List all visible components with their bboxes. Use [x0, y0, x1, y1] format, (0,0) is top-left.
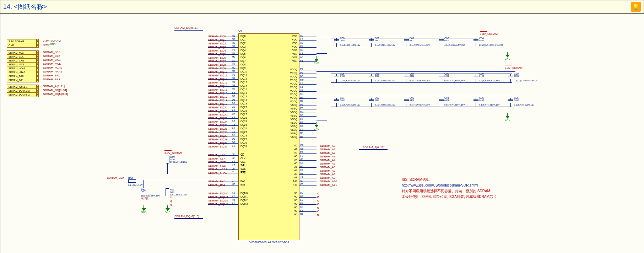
pinname-VSSQ-27: VSSQ: [286, 136, 297, 138]
pinname-NC-42: NC: [286, 199, 297, 201]
pinname-DQ1: DQ1: [240, 38, 245, 41]
pinname-VDDQ-14: VDDQ: [286, 90, 297, 92]
net-SDRAM_A0: SDRAM_A0: [320, 144, 335, 147]
pinname-C̅A̅S̅: C̅A̅S̅: [240, 168, 245, 171]
pinname-DQM1: DQM1: [240, 195, 248, 198]
pinname-VDDQ-9: VDDQ: [286, 72, 297, 74]
pinname-DQ21: DQ21: [240, 109, 247, 112]
pinname-DQ5: DQ5: [240, 53, 245, 55]
net-SDRAM_A6: SDRAM_A6: [320, 166, 335, 169]
pinname-CLK: CLK: [240, 157, 245, 160]
port-SDRAM_BA1: SDRAM_BA1: [7, 78, 39, 82]
nc-x-4: ✕: [316, 206, 319, 210]
pinname-A8-36: A8: [286, 173, 297, 175]
pin-E2: E2: [232, 145, 235, 147]
pin-R9: R9: [232, 42, 235, 44]
pin-C7: C7: [232, 113, 235, 115]
pinname-DQ0: DQ0: [240, 35, 245, 37]
pinname-NC-41: NC: [286, 195, 297, 198]
net-SDRAM_DQ1: SDRAM_DQ1: [208, 38, 226, 42]
net-SDRAM_DQ23: SDRAM_DQ23: [208, 117, 227, 120]
net-SDRAM_DQ7: SDRAM_DQ7: [208, 60, 226, 63]
pin-L3: L3: [232, 63, 235, 65]
pin-A2: A2: [232, 120, 235, 122]
port-SDRAM_DQM[0..3]: SDRAM_DQM[0..3]: [7, 92, 39, 97]
net-SDRAM_DQ24: SDRAM_DQ24: [208, 120, 227, 123]
pinname-A6-34: A6: [286, 166, 297, 168]
pinname-VSSQ-25: VSSQ: [286, 129, 297, 131]
pinname-R̅A̅S̅: R̅A̅S̅: [240, 171, 245, 174]
net-SDRAM_DQ18: SDRAM_DQ18: [208, 99, 227, 102]
net-SDRAM_DQ30: SDRAM_DQ30: [208, 141, 227, 145]
pinname-DQM3: DQM3: [240, 203, 248, 205]
pin-R8: R8: [232, 34, 235, 37]
pinname-VDDQ-10: VDDQ: [286, 75, 297, 78]
pin-N8: N8: [232, 45, 235, 48]
cap-C84: C840805226,22μF,±20%,6.3V,X5R: [473, 39, 478, 41]
bulb-icon[interactable]: 💡: [631, 2, 641, 12]
issi-link[interactable]: http://www.issi.com/US/product-dram-SDR.…: [402, 183, 478, 187]
pin-A8: A8: [232, 116, 235, 119]
pinname-DQ25: DQ25: [240, 124, 247, 126]
pinname-VSS-4: VSS: [286, 49, 297, 52]
addr-bus: [359, 149, 388, 150]
net-SDRAM_CKE: SDRAM_CKE: [43, 58, 61, 61]
net-SDRAM_BA1: SDRAM_BA1: [208, 183, 225, 187]
pinname-A2-30: A2: [286, 151, 297, 154]
pin-E8: E8: [232, 91, 235, 94]
pinname-DQ8: DQ8: [240, 63, 245, 66]
net-SDRAM_A10: SDRAM_A10: [320, 180, 337, 183]
pin-M7: M7: [232, 56, 236, 58]
pinname-VDDQ-15: VDDQ: [286, 93, 297, 96]
pinname-VSS-6: VSS: [286, 56, 297, 59]
pin-D3: D3: [232, 138, 235, 140]
net-SDRAM_nCS: SDRAM_nCS: [43, 50, 60, 54]
nc-x-2: ✕: [316, 199, 319, 203]
net-SDRAM_DQ17: SDRAM_DQ17: [208, 95, 227, 98]
pinname-DQ20: DQ20: [240, 106, 247, 108]
pinname-VDD-3: VDD: [286, 45, 297, 48]
pinname-DQ10: DQ10: [240, 70, 247, 73]
net-SDRAM_nCAS: SDRAM_nCAS: [43, 66, 62, 69]
pin-N3: N3: [232, 84, 235, 87]
net-SDRAM_DQ13: SDRAM_DQ13: [208, 81, 227, 84]
net-SDRAM_DQ27: SDRAM_DQ27: [208, 131, 227, 134]
pinname-BA1: BA1: [240, 183, 245, 186]
pinname-DQ26: DQ26: [240, 127, 247, 130]
nc-x-6: ✕: [316, 213, 319, 217]
pinname-NC-46: NC: [286, 213, 297, 216]
pinname-DQ12: DQ12: [240, 77, 247, 80]
cap-C83: C8304024.7μF,±20%,6.3V,X5R: [439, 39, 444, 41]
pinname-DQ3: DQ3: [240, 45, 245, 48]
pinname-VSS-5: VSS: [286, 53, 297, 55]
pinname-DQ24: DQ24: [240, 120, 247, 123]
pin-F2: F2: [232, 202, 235, 205]
pin-A1: A1: [232, 127, 235, 129]
net-SDRAM_DQ12: SDRAM_DQ12: [208, 77, 227, 81]
cap-C95: C9504020.1uF,X7R,±10%,16V: [473, 99, 478, 101]
pin-B1: B1: [232, 134, 235, 136]
pin-P9: P9: [232, 49, 235, 51]
net-SDRAM_DQ26: SDRAM_DQ26: [208, 127, 227, 130]
pin-J1: J1: [232, 171, 234, 173]
net-SDRAM_DQ21: SDRAM_DQ21: [208, 109, 227, 113]
cap-C90: C900805226,22μF,±20%,6.3V,X5R: [508, 75, 513, 77]
pin-L8: L8: [232, 59, 235, 62]
page-title: 14. <图纸名称>: [3, 2, 47, 11]
pinname-NC-43: NC: [286, 203, 297, 205]
net-SDRAM_A[0..11]: SDRAM_A[0..11]: [43, 85, 65, 88]
net-SDRAM_CKE: SDRAM_CKE: [208, 161, 226, 164]
pinname-VSSQ-20: VSSQ: [286, 111, 297, 113]
dq-bus-label: SDRAM_DQ[0..31]: [174, 26, 199, 29]
net-SDRAM_BA0: SDRAM_BA0: [208, 180, 225, 183]
clk-label: SDRAM_CLK: [107, 176, 124, 179]
pinname-DQ2: DQ2: [240, 42, 245, 44]
net-SDRAM_DQ8: SDRAM_DQ8: [208, 63, 226, 66]
pinname-A7-35: A7: [286, 169, 297, 172]
net-SDRAM_DQ28: SDRAM_DQ28: [208, 134, 227, 138]
pinname-DQ6: DQ6: [240, 56, 245, 59]
pinname-DQ18: DQ18: [240, 99, 247, 101]
cap-C96: C9604020.1uF,X7R,±10%,16V: [508, 99, 513, 101]
net-SDRAM_A11: SDRAM_A11: [320, 183, 337, 187]
pinname-A0-28: A0: [286, 144, 297, 147]
